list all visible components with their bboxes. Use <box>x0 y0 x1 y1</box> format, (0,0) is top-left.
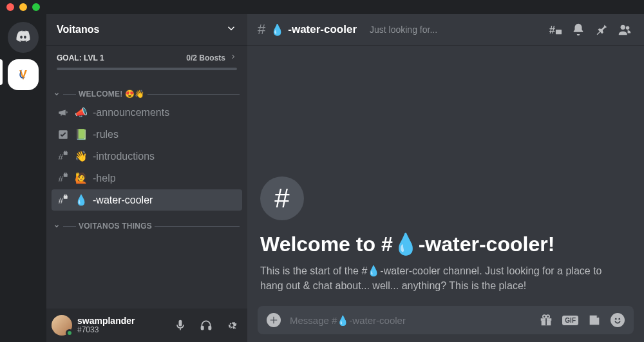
channel-emoji: 📣 <box>75 106 88 119</box>
svg-point-21 <box>547 315 550 318</box>
welcome-block: # Welcome to #💧-water-cooler! This is th… <box>260 176 631 306</box>
boost-count: 0/2 Boosts <box>186 53 225 62</box>
svg-text:#: # <box>59 173 64 183</box>
gift-button[interactable] <box>539 313 553 327</box>
svg-rect-12 <box>209 327 211 330</box>
welcome-description: This is the start of the #💧-water-cooler… <box>260 264 621 293</box>
discriminator: #7033 <box>77 326 165 334</box>
hash-lock-icon: # <box>57 195 70 206</box>
hash-lock-icon: # <box>57 151 70 162</box>
channel-sidebar: Voitanos GOAL: LVL 1 0/2 Boosts <box>46 14 247 342</box>
category-label: WELCOME! 😍👋 <box>79 90 145 99</box>
boost-progress-track <box>57 68 237 70</box>
welcome-title: Welcome to #💧-water-cooler! <box>260 232 631 256</box>
checkmark-icon <box>57 129 70 140</box>
svg-point-0 <box>15 66 32 83</box>
user-panel: swamplander #7033 <box>46 309 247 342</box>
svg-rect-19 <box>545 318 547 325</box>
message-input[interactable]: GIF <box>258 306 634 334</box>
svg-rect-6 <box>64 173 68 176</box>
pinned-button[interactable] <box>592 21 611 39</box>
attach-button[interactable] <box>267 313 281 327</box>
channel-water-cooler[interactable]: # 💧 -water-cooler <box>52 189 242 211</box>
boost-bar[interactable]: GOAL: LVL 1 0/2 Boosts <box>46 45 247 77</box>
home-server-item[interactable] <box>0 22 46 53</box>
boost-goal-label: GOAL: LVL 1 <box>57 53 104 62</box>
channel-label: -introductions <box>93 151 155 162</box>
category-line <box>147 94 240 95</box>
category-line <box>63 94 76 95</box>
channel-help[interactable]: # 🙋 -help <box>52 167 242 189</box>
category-label: VOITANOS THINGS <box>79 222 152 231</box>
server-name: Voitanos <box>57 24 99 35</box>
category-line <box>63 226 76 227</box>
header-channel-name: 💧 -water-cooler <box>270 23 357 37</box>
settings-button[interactable] <box>222 315 242 336</box>
channel-introductions[interactable]: # 👋 -introductions <box>52 146 242 167</box>
category-line <box>155 226 240 227</box>
titlebar <box>0 0 644 14</box>
discord-home-icon[interactable] <box>8 22 39 53</box>
channel-label: -rules <box>93 129 118 140</box>
svg-point-23 <box>615 318 617 320</box>
sticker-button[interactable] <box>587 313 601 327</box>
members-button[interactable] <box>616 21 634 39</box>
channel-emoji: 🙋 <box>75 172 88 184</box>
user-text[interactable]: swamplander #7033 <box>77 316 165 335</box>
chevron-down-icon <box>225 23 237 37</box>
server-rail <box>0 14 46 342</box>
voitanos-server-icon[interactable] <box>8 59 39 90</box>
deafen-button[interactable] <box>196 315 216 336</box>
mute-button[interactable] <box>170 315 191 336</box>
avatar[interactable] <box>52 315 72 336</box>
server-header[interactable]: Voitanos <box>46 14 247 45</box>
notifications-button[interactable] <box>569 21 587 39</box>
svg-rect-9 <box>64 195 68 198</box>
svg-text:#: # <box>549 24 555 35</box>
svg-text:#: # <box>59 195 64 205</box>
chevron-down-icon <box>53 91 61 97</box>
chevron-down-icon <box>53 223 61 229</box>
main-panel: # 💧 -water-cooler Just looking for... # <box>247 14 644 342</box>
channel-emoji: 📗 <box>75 128 88 140</box>
app-body: Voitanos GOAL: LVL 1 0/2 Boosts <box>0 14 644 342</box>
channel-topic[interactable]: Just looking for... <box>370 24 437 35</box>
active-server-indicator <box>0 59 3 85</box>
svg-point-16 <box>626 26 630 30</box>
channel-label: -water-cooler <box>93 195 153 206</box>
svg-rect-14 <box>556 30 562 34</box>
message-text-input[interactable] <box>290 315 530 326</box>
category-welcome[interactable]: WELCOME! 😍👋 <box>52 79 242 101</box>
channel-emoji: 💧 <box>270 23 284 37</box>
svg-rect-11 <box>202 327 204 330</box>
svg-point-22 <box>612 314 623 326</box>
window-maximize-button[interactable] <box>32 3 40 11</box>
channel-name-text: -water-cooler <box>288 23 357 36</box>
megaphone-icon <box>57 107 70 119</box>
emoji-button[interactable] <box>611 313 625 327</box>
svg-point-15 <box>621 25 625 30</box>
channel-header: # 💧 -water-cooler Just looking for... # <box>247 14 644 45</box>
channel-list: WELCOME! 😍👋 📣 -announcements 📗 -rules <box>46 77 247 309</box>
username: swamplander <box>77 316 165 326</box>
category-voitanos-things[interactable]: VOITANOS THINGS <box>52 211 242 233</box>
channel-announcements[interactable]: 📣 -announcements <box>52 102 242 123</box>
active-server-item[interactable] <box>0 59 46 90</box>
channel-rules[interactable]: 📗 -rules <box>52 124 242 145</box>
svg-text:#: # <box>59 151 64 161</box>
window-close-button[interactable] <box>6 3 14 11</box>
channel-emoji: 👋 <box>75 150 88 162</box>
chevron-right-icon <box>229 53 237 62</box>
message-area: # Welcome to #💧-water-cooler! This is th… <box>247 45 644 306</box>
window-minimize-button[interactable] <box>19 3 27 11</box>
channel-label: -announcements <box>93 107 169 119</box>
status-online-icon <box>66 329 73 337</box>
gif-button[interactable]: GIF <box>562 316 578 325</box>
svg-point-24 <box>618 318 620 320</box>
svg-point-20 <box>543 315 546 318</box>
threads-button[interactable]: # <box>546 21 564 39</box>
message-input-wrap: GIF <box>247 306 644 342</box>
channel-label: -help <box>93 173 116 184</box>
channel-emoji: 💧 <box>75 194 88 206</box>
hash-icon: # <box>258 21 265 38</box>
